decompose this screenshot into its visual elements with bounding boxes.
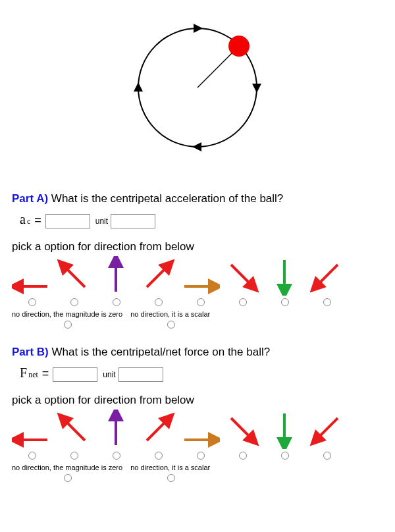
- arrow-option-right: [180, 277, 220, 306]
- fnet-symbol: F: [20, 365, 27, 381]
- arrow-up-icon: [96, 410, 136, 449]
- part-b-no-direction-scalar: no direction, it is a scalar: [130, 464, 210, 482]
- svg-line-6: [147, 265, 169, 287]
- arrow-option-up-left: [54, 410, 93, 460]
- part-b-text: What is the centripetal/net force on the…: [51, 346, 270, 358]
- radio-down[interactable]: [281, 452, 289, 460]
- fnet-subscript: net: [28, 370, 38, 380]
- svg-line-18: [315, 418, 338, 440]
- part-a-text-options: no direction, the magnitude is zero no d…: [12, 310, 383, 329]
- part-a-no-direction-scalar: no direction, it is a scalar: [130, 310, 210, 329]
- arrow-up-left-icon: [54, 410, 93, 449]
- arrow-option-up-right: [138, 256, 178, 306]
- radio-up-left[interactable]: [70, 452, 78, 460]
- arrow-option-left: [12, 431, 51, 460]
- svg-line-12: [63, 418, 85, 440]
- radio-right[interactable]: [197, 452, 205, 460]
- arrow-option-down-right: [223, 410, 262, 460]
- arrow-up-right-icon: [138, 410, 178, 449]
- arrow-option-right: [180, 431, 220, 460]
- arrow-down-icon: [265, 410, 304, 449]
- arrow-down-left-icon: [307, 256, 346, 296]
- fnet-unit-input[interactable]: [118, 367, 163, 382]
- arrow-left-icon: [12, 277, 51, 296]
- part-a-direction-prompt: pick a option for direction from below: [12, 240, 383, 253]
- arrow-option-down-left: [307, 256, 346, 306]
- radio-down-right[interactable]: [239, 452, 247, 460]
- part-b-input-row: Fnet = unit: [20, 365, 383, 382]
- arrow-down-right-icon: [223, 256, 262, 296]
- arrow-up-left-icon: [54, 256, 93, 296]
- ac-value-input[interactable]: [45, 214, 90, 228]
- circle-svg: [122, 12, 273, 163]
- arrow-down-icon: [265, 256, 304, 296]
- part-a-label: Part A): [12, 192, 48, 205]
- part-b-direction-prompt: pick a option for direction from below: [12, 394, 383, 407]
- arrow-right-icon: [180, 277, 220, 296]
- radio-down-right[interactable]: [239, 298, 247, 306]
- part-a-no-direction-zero: no direction, the magnitude is zero: [12, 310, 122, 329]
- svg-line-16: [231, 418, 253, 440]
- part-b-label: Part B): [12, 346, 49, 358]
- arrow-option-down: [265, 410, 304, 460]
- part-a-input-row: ac = unit: [20, 212, 383, 228]
- radio-right[interactable]: [197, 298, 205, 306]
- part-b-text-options: no direction, the magnitude is zero no d…: [12, 464, 383, 482]
- part-a-question: Part A) What is the centripetal accelera…: [12, 192, 383, 205]
- part-b-no-direction-zero: no direction, the magnitude is zero: [12, 464, 122, 482]
- radio-down-left[interactable]: [323, 298, 331, 306]
- arrow-down-right-icon: [223, 410, 262, 449]
- arrow-option-up-left: [54, 256, 93, 306]
- arrow-option-up: [96, 410, 136, 460]
- svg-line-8: [231, 265, 253, 287]
- radio-up-right[interactable]: [155, 452, 163, 460]
- radio-down-left[interactable]: [323, 452, 331, 460]
- arrow-option-up: [96, 256, 136, 306]
- part-a-arrow-options: [12, 256, 383, 306]
- radio-up-left[interactable]: [70, 298, 78, 306]
- arrow-right-icon: [180, 431, 220, 449]
- arrow-down-left-icon: [307, 410, 346, 449]
- arrow-up-icon: [96, 256, 136, 296]
- radio-up[interactable]: [113, 298, 120, 306]
- arrow-option-down: [265, 256, 304, 306]
- ac-unit-input[interactable]: [111, 214, 155, 228]
- part-b-arrow-options: [12, 410, 383, 460]
- circular-motion-diagram: [12, 12, 383, 166]
- svg-line-10: [315, 265, 338, 287]
- radio-no-direction-scalar[interactable]: [167, 321, 175, 329]
- arrow-option-up-right: [138, 410, 178, 460]
- unit-label: unit: [95, 217, 108, 226]
- radio-no-direction-zero[interactable]: [64, 474, 72, 482]
- unit-label: unit: [103, 370, 115, 379]
- equals-sign: =: [34, 213, 41, 227]
- arrow-option-left: [12, 277, 51, 306]
- svg-line-4: [63, 265, 85, 287]
- arrow-left-icon: [12, 431, 51, 449]
- radio-left[interactable]: [28, 298, 36, 306]
- svg-line-14: [147, 418, 169, 440]
- radio-down[interactable]: [281, 298, 289, 306]
- ac-symbol: a: [20, 212, 26, 227]
- radio-no-direction-zero[interactable]: [64, 321, 72, 329]
- radio-up[interactable]: [113, 452, 120, 460]
- radio-up-right[interactable]: [155, 298, 163, 306]
- part-a-text: What is the centripetal acceleration of …: [51, 192, 283, 205]
- radio-no-direction-scalar[interactable]: [167, 474, 175, 482]
- radio-left[interactable]: [28, 452, 36, 460]
- ac-subscript: c: [27, 217, 30, 226]
- arrow-option-down-left: [307, 410, 346, 460]
- part-b-question: Part B) What is the centripetal/net forc…: [12, 346, 383, 359]
- equals-sign: =: [42, 367, 49, 381]
- arrow-up-right-icon: [138, 256, 178, 296]
- svg-point-2: [228, 36, 250, 57]
- arrow-option-down-right: [223, 256, 262, 306]
- fnet-value-input[interactable]: [53, 367, 97, 382]
